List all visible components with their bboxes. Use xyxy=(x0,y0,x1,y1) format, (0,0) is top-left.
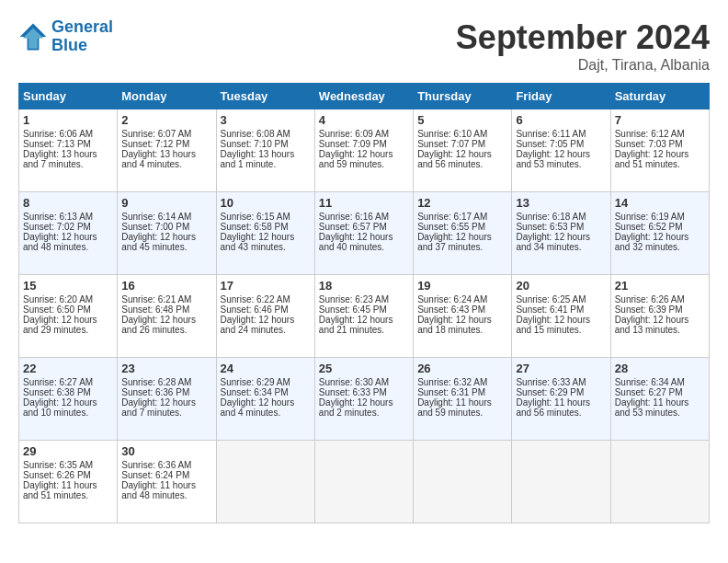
calendar-cell: 27 Sunrise: 6:33 AM Sunset: 6:29 PM Dayl… xyxy=(512,358,610,441)
daylight-label: Daylight: 11 hours and 53 minutes. xyxy=(615,397,689,418)
calendar-cell: 19 Sunrise: 6:24 AM Sunset: 6:43 PM Dayl… xyxy=(414,275,512,358)
sunrise-label: Sunrise: 6:11 AM xyxy=(516,129,586,139)
sunrise-label: Sunrise: 6:35 AM xyxy=(23,460,93,470)
day-number: 23 xyxy=(121,362,211,375)
day-number: 28 xyxy=(615,362,705,375)
sunset-label: Sunset: 7:02 PM xyxy=(23,222,91,232)
sunset-label: Sunset: 7:10 PM xyxy=(221,139,289,149)
daylight-label: Daylight: 12 hours and 7 minutes. xyxy=(121,397,196,418)
sunset-label: Sunset: 6:50 PM xyxy=(23,304,91,315)
sunrise-label: Sunrise: 6:20 AM xyxy=(23,294,93,304)
day-number: 5 xyxy=(417,113,507,127)
calendar-cell: 22 Sunrise: 6:27 AM Sunset: 6:38 PM Dayl… xyxy=(19,358,118,441)
day-number: 19 xyxy=(417,279,507,293)
calendar-cell: 3 Sunrise: 6:08 AM Sunset: 7:10 PM Dayli… xyxy=(216,109,314,192)
day-number: 7 xyxy=(615,113,705,127)
sunset-label: Sunset: 6:26 PM xyxy=(23,470,91,480)
calendar-cell: 13 Sunrise: 6:18 AM Sunset: 6:53 PM Dayl… xyxy=(512,192,610,275)
calendar-cell: 8 Sunrise: 6:13 AM Sunset: 7:02 PM Dayli… xyxy=(19,192,118,275)
sunset-label: Sunset: 7:05 PM xyxy=(516,139,584,149)
sunset-label: Sunset: 6:33 PM xyxy=(319,387,387,397)
day-number: 25 xyxy=(319,362,409,375)
header-row: Sunday Monday Tuesday Wednesday Thursday… xyxy=(19,84,710,109)
location: Dajt, Tirana, Albania xyxy=(456,57,710,74)
sunset-label: Sunset: 6:24 PM xyxy=(121,470,189,480)
calendar-table: Sunday Monday Tuesday Wednesday Thursday… xyxy=(18,83,710,523)
sunrise-label: Sunrise: 6:27 AM xyxy=(23,377,93,387)
col-wednesday: Wednesday xyxy=(314,84,413,109)
sunset-label: Sunset: 6:29 PM xyxy=(516,387,584,397)
day-number: 24 xyxy=(221,362,311,375)
calendar-cell: 2 Sunrise: 6:07 AM Sunset: 7:12 PM Dayli… xyxy=(118,109,216,192)
sunrise-label: Sunrise: 6:06 AM xyxy=(23,129,93,139)
calendar-cell: 23 Sunrise: 6:28 AM Sunset: 6:36 PM Dayl… xyxy=(118,358,216,441)
sunset-label: Sunset: 6:38 PM xyxy=(23,387,91,397)
col-monday: Monday xyxy=(118,84,216,109)
daylight-label: Daylight: 11 hours and 48 minutes. xyxy=(121,480,196,500)
calendar-cell xyxy=(216,441,314,523)
sunrise-label: Sunrise: 6:22 AM xyxy=(221,294,290,304)
calendar-cell: 28 Sunrise: 6:34 AM Sunset: 6:27 PM Dayl… xyxy=(610,358,709,441)
page-header: General Blue September 2024 Dajt, Tirana… xyxy=(18,18,710,74)
calendar-cell: 17 Sunrise: 6:22 AM Sunset: 6:46 PM Dayl… xyxy=(216,275,314,358)
calendar-cell: 26 Sunrise: 6:32 AM Sunset: 6:31 PM Dayl… xyxy=(414,358,512,441)
calendar-cell: 10 Sunrise: 6:15 AM Sunset: 6:58 PM Dayl… xyxy=(216,192,314,275)
sunset-label: Sunset: 6:43 PM xyxy=(417,304,485,315)
calendar-row: 29 Sunrise: 6:35 AM Sunset: 6:26 PM Dayl… xyxy=(19,441,710,523)
day-number: 18 xyxy=(319,279,409,293)
sunset-label: Sunset: 6:39 PM xyxy=(615,304,683,315)
day-number: 2 xyxy=(121,113,211,127)
sunrise-label: Sunrise: 6:28 AM xyxy=(121,377,191,387)
daylight-label: Daylight: 12 hours and 59 minutes. xyxy=(319,149,393,169)
calendar-row: 8 Sunrise: 6:13 AM Sunset: 7:02 PM Dayli… xyxy=(19,192,710,275)
sunrise-label: Sunrise: 6:14 AM xyxy=(121,212,191,222)
calendar-cell: 14 Sunrise: 6:19 AM Sunset: 6:52 PM Dayl… xyxy=(610,192,709,275)
calendar-cell: 1 Sunrise: 6:06 AM Sunset: 7:13 PM Dayli… xyxy=(19,109,118,192)
daylight-label: Daylight: 12 hours and 21 minutes. xyxy=(319,315,393,335)
daylight-label: Daylight: 12 hours and 18 minutes. xyxy=(417,315,492,335)
sunrise-label: Sunrise: 6:16 AM xyxy=(319,212,389,222)
daylight-label: Daylight: 12 hours and 34 minutes. xyxy=(516,232,590,252)
sunrise-label: Sunrise: 6:12 AM xyxy=(615,129,685,139)
sunset-label: Sunset: 6:34 PM xyxy=(221,387,289,397)
daylight-label: Daylight: 12 hours and 48 minutes. xyxy=(23,232,97,252)
sunrise-label: Sunrise: 6:17 AM xyxy=(417,212,487,222)
day-number: 13 xyxy=(516,196,606,210)
daylight-label: Daylight: 12 hours and 43 minutes. xyxy=(221,232,295,252)
day-number: 30 xyxy=(121,444,211,458)
logo: General Blue xyxy=(18,18,113,55)
calendar-cell: 16 Sunrise: 6:21 AM Sunset: 6:48 PM Dayl… xyxy=(118,275,216,358)
calendar-cell xyxy=(314,441,413,523)
day-number: 21 xyxy=(615,279,705,293)
day-number: 6 xyxy=(516,113,606,127)
sunrise-label: Sunrise: 6:23 AM xyxy=(319,294,389,304)
sunset-label: Sunset: 6:41 PM xyxy=(516,304,584,315)
day-number: 3 xyxy=(221,113,311,127)
calendar-cell: 6 Sunrise: 6:11 AM Sunset: 7:05 PM Dayli… xyxy=(512,109,610,192)
calendar-cell: 29 Sunrise: 6:35 AM Sunset: 6:26 PM Dayl… xyxy=(19,441,118,523)
calendar-cell: 9 Sunrise: 6:14 AM Sunset: 7:00 PM Dayli… xyxy=(118,192,216,275)
sunrise-label: Sunrise: 6:24 AM xyxy=(417,294,487,304)
day-number: 4 xyxy=(319,113,409,127)
daylight-label: Daylight: 12 hours and 15 minutes. xyxy=(516,315,590,335)
calendar-row: 15 Sunrise: 6:20 AM Sunset: 6:50 PM Dayl… xyxy=(19,275,710,358)
daylight-label: Daylight: 13 hours and 4 minutes. xyxy=(121,149,196,169)
sunset-label: Sunset: 6:27 PM xyxy=(615,387,683,397)
sunset-label: Sunset: 7:07 PM xyxy=(417,139,485,149)
sunset-label: Sunset: 6:31 PM xyxy=(417,387,485,397)
day-number: 22 xyxy=(23,362,113,375)
sunrise-label: Sunrise: 6:09 AM xyxy=(319,129,389,139)
calendar-cell: 18 Sunrise: 6:23 AM Sunset: 6:45 PM Dayl… xyxy=(314,275,413,358)
daylight-label: Daylight: 11 hours and 56 minutes. xyxy=(516,397,590,418)
calendar-cell xyxy=(414,441,512,523)
title-block: September 2024 Dajt, Tirana, Albania xyxy=(456,18,710,74)
sunrise-label: Sunrise: 6:33 AM xyxy=(516,377,586,387)
col-thursday: Thursday xyxy=(414,84,512,109)
sunrise-label: Sunrise: 6:25 AM xyxy=(516,294,586,304)
sunset-label: Sunset: 6:55 PM xyxy=(417,222,485,232)
daylight-label: Daylight: 12 hours and 29 minutes. xyxy=(23,315,97,335)
daylight-label: Daylight: 12 hours and 10 minutes. xyxy=(23,397,97,418)
sunset-label: Sunset: 7:09 PM xyxy=(319,139,387,149)
sunset-label: Sunset: 7:03 PM xyxy=(615,139,683,149)
daylight-label: Daylight: 12 hours and 51 minutes. xyxy=(615,149,689,169)
